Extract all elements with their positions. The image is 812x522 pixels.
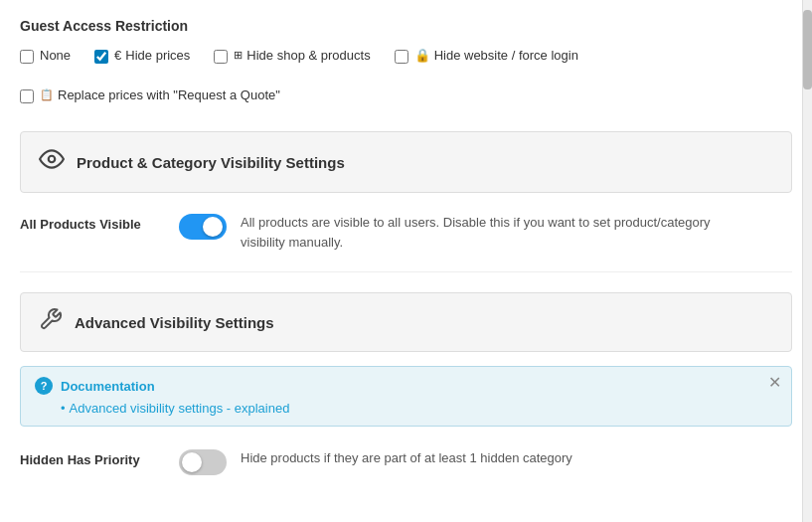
option-none-label: None (40, 48, 71, 63)
lock-icon: 🔒 (414, 48, 430, 63)
all-products-visible-row: All Products Visible All products are vi… (20, 193, 792, 271)
all-products-toggle[interactable] (179, 214, 227, 240)
hidden-priority-description: Hide products if they are part of at lea… (241, 448, 572, 468)
documentation-box: ? Documentation ✕ Advanced visibility se… (20, 366, 792, 427)
advanced-visibility-title: Advanced Visibility Settings (75, 314, 274, 331)
restriction-options: None € Hide prices ⊞ Hide shop & product… (20, 48, 792, 103)
svg-point-0 (49, 156, 56, 163)
grid-icon: ⊞ (234, 49, 243, 62)
option-replace-prices[interactable]: 📋 Replace prices with "Request a Quote" (20, 87, 280, 103)
all-products-description: All products are visible to all users. D… (241, 213, 728, 252)
option-hide-prices[interactable]: € Hide prices (94, 48, 190, 64)
hidden-priority-row: Hidden Has Priority Hide products if the… (20, 427, 792, 495)
option-hide-shop-label: ⊞ Hide shop & products (234, 48, 370, 63)
euro-icon: € (114, 48, 121, 63)
doc-link[interactable]: Advanced visibility settings - explained (61, 401, 777, 416)
checkbox-hide-prices[interactable] (94, 50, 108, 64)
toggle-slider-on (179, 214, 227, 240)
guest-access-title: Guest Access Restriction (20, 18, 792, 34)
checkbox-replace-prices[interactable] (20, 89, 34, 103)
toggle-slider-off (179, 449, 227, 475)
doc-link-text: Advanced visibility settings - explained (70, 401, 290, 416)
doc-box-header: ? Documentation (35, 377, 777, 395)
option-hide-website[interactable]: 🔒 Hide website / force login (395, 48, 578, 64)
option-hide-website-label: 🔒 Hide website / force login (414, 48, 578, 63)
advanced-visibility-header: Advanced Visibility Settings (20, 292, 792, 352)
hidden-priority-label: Hidden Has Priority (20, 448, 159, 467)
eye-icon (39, 146, 65, 178)
question-icon: ? (35, 377, 53, 395)
scrollbar[interactable] (802, 0, 812, 522)
wrench-icon (39, 307, 63, 337)
checkbox-hide-shop[interactable] (214, 50, 228, 64)
option-hide-shop[interactable]: ⊞ Hide shop & products (214, 48, 370, 64)
product-visibility-title: Product & Category Visibility Settings (77, 154, 345, 171)
product-visibility-header: Product & Category Visibility Settings (20, 131, 792, 193)
option-none[interactable]: None (20, 48, 71, 64)
clipboard-icon: 📋 (40, 88, 54, 101)
scrollbar-thumb[interactable] (803, 10, 812, 89)
option-hide-prices-label: € Hide prices (114, 48, 190, 63)
checkbox-hide-website[interactable] (395, 50, 408, 64)
divider-1 (20, 271, 792, 272)
all-products-toggle-group: All products are visible to all users. D… (179, 213, 728, 252)
checkbox-none[interactable] (20, 50, 34, 64)
guest-access-section: Guest Access Restriction None € Hide pri… (20, 18, 792, 103)
hidden-priority-toggle-group: Hide products if they are part of at lea… (179, 448, 572, 475)
doc-title: Documentation (61, 379, 155, 394)
all-products-visible-label: All Products Visible (20, 213, 159, 232)
hidden-priority-toggle[interactable] (179, 449, 227, 475)
doc-close-button[interactable]: ✕ (768, 375, 781, 391)
option-replace-prices-label: 📋 Replace prices with "Request a Quote" (40, 87, 280, 102)
